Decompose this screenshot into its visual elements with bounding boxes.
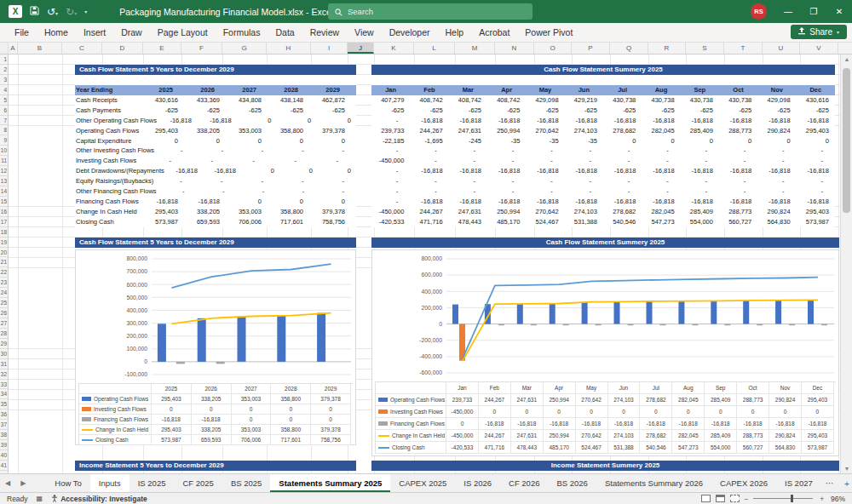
row-header-37[interactable]: 37 xyxy=(0,420,8,430)
customize-qat-icon[interactable]: ▾ xyxy=(84,9,87,14)
column-header-U[interactable]: U xyxy=(763,43,800,54)
cell[interactable]: - xyxy=(797,186,835,197)
year-column-header[interactable]: 2026 xyxy=(183,85,225,95)
cell[interactable]: 438,148 xyxy=(267,95,308,106)
cell[interactable]: 407,279 xyxy=(371,95,410,106)
cell[interactable]: - xyxy=(449,176,487,186)
cell[interactable]: - xyxy=(681,176,719,186)
cell[interactable]: -16,818 xyxy=(449,197,487,207)
cell[interactable]: 0 xyxy=(279,166,318,176)
cell[interactable]: -16,818 xyxy=(719,116,757,126)
cell[interactable]: 0 xyxy=(719,136,757,146)
cell[interactable]: -625 xyxy=(371,106,410,116)
row-label[interactable]: Financing Cash Flows xyxy=(75,197,141,207)
row-header-12[interactable]: 12 xyxy=(0,166,8,176)
column-header-P[interactable]: P xyxy=(572,43,610,54)
chart-bar[interactable] xyxy=(238,317,246,362)
cell[interactable]: -16,818 xyxy=(757,116,796,126)
cell[interactable]: - xyxy=(487,156,526,166)
column-header-H[interactable]: H xyxy=(267,43,311,54)
chart-bar[interactable] xyxy=(628,324,634,326)
cell[interactable]: 408,742 xyxy=(449,95,487,106)
ribbon-tab-home[interactable]: Home xyxy=(37,27,76,37)
chart-bar[interactable] xyxy=(550,304,556,324)
sheet-tab-statements-summary-2025[interactable]: Statements Summary 2025 xyxy=(270,474,390,492)
cell[interactable]: 274,103 xyxy=(565,207,603,217)
row-label[interactable]: Debt Drawdowns/(Repayments xyxy=(75,166,164,176)
row-header-3[interactable]: 3 xyxy=(0,75,8,85)
column-header-Q[interactable]: Q xyxy=(610,43,648,54)
sheet-tab-bs-2026[interactable]: BS 2026 xyxy=(548,474,596,492)
cell[interactable]: 0 xyxy=(225,197,267,207)
cell[interactable]: - xyxy=(603,186,642,197)
cell[interactable]: 560,727 xyxy=(719,217,757,227)
accessibility-status[interactable]: Accessibility: Investigate xyxy=(51,495,147,503)
cell[interactable]: 429,219 xyxy=(565,95,603,106)
month-column-header[interactable]: Aug xyxy=(642,85,680,95)
cell[interactable]: -16,818 xyxy=(603,197,642,207)
cell[interactable]: 244,267 xyxy=(410,207,448,217)
new-sheet-icon[interactable]: ＋ xyxy=(838,478,852,490)
month-column-header[interactable]: Jan xyxy=(371,85,410,95)
cell[interactable]: 430,616 xyxy=(141,95,183,106)
column-header-M[interactable]: M xyxy=(455,43,495,54)
cell[interactable]: 471,716 xyxy=(410,217,448,227)
cell[interactable]: 285,409 xyxy=(681,126,719,136)
cell[interactable]: - xyxy=(410,186,448,197)
cell[interactable]: -16,818 xyxy=(719,197,757,207)
zoom-out-icon[interactable]: − xyxy=(745,495,749,503)
cell[interactable]: - xyxy=(276,186,316,197)
row-header-6[interactable]: 6 xyxy=(0,106,8,116)
cell[interactable]: - xyxy=(316,186,356,197)
cell[interactable]: -450,000 xyxy=(371,156,410,166)
row-header-15[interactable]: 15 xyxy=(0,197,8,207)
close-button[interactable]: ✕ xyxy=(826,0,852,23)
column-header-I[interactable]: I xyxy=(311,43,348,54)
cell[interactable]: 278,682 xyxy=(603,126,642,136)
cell[interactable]: - xyxy=(371,166,410,176)
column-header-V[interactable]: V xyxy=(800,43,838,54)
chart-bar[interactable] xyxy=(582,302,588,324)
cell[interactable]: -450,000 xyxy=(371,207,410,217)
year-column-header[interactable]: 2028 xyxy=(267,85,308,95)
chart-bar[interactable] xyxy=(614,301,620,324)
row-header-28[interactable]: 28 xyxy=(0,329,8,339)
cell[interactable]: -16,818 xyxy=(565,116,603,126)
row-header-11[interactable]: 11 xyxy=(0,156,8,166)
select-all-corner[interactable] xyxy=(0,43,9,54)
cell[interactable]: - xyxy=(236,186,276,197)
cell[interactable]: 288,773 xyxy=(719,126,757,136)
cell[interactable]: -16,818 xyxy=(797,166,835,176)
chart-bar[interactable] xyxy=(216,362,225,364)
chart-legend-item[interactable]: Closing Cash xyxy=(79,435,152,445)
row-label[interactable]: Investing Cash Flows xyxy=(75,156,141,166)
cell[interactable]: - xyxy=(316,146,356,156)
cell[interactable]: 540,546 xyxy=(603,217,642,227)
cell[interactable]: 250,994 xyxy=(487,126,526,136)
cell[interactable]: 288,773 xyxy=(719,207,757,217)
row-header-2[interactable]: 2 xyxy=(0,65,8,75)
cell[interactable]: -16,818 xyxy=(449,166,487,176)
year-column-header[interactable]: 2025 xyxy=(141,85,183,95)
cell[interactable]: - xyxy=(195,146,235,156)
chart-bar[interactable] xyxy=(531,324,537,326)
chart-bar[interactable] xyxy=(724,324,730,326)
month-column-header[interactable]: Feb xyxy=(410,85,448,95)
cell[interactable]: - xyxy=(719,146,757,156)
normal-view-icon[interactable] xyxy=(701,495,711,502)
chart-bar[interactable] xyxy=(821,324,827,326)
cell[interactable]: - xyxy=(526,156,564,166)
column-header-G[interactable]: G xyxy=(222,43,267,54)
cell[interactable]: 282,045 xyxy=(642,207,680,217)
page-layout-view-icon[interactable] xyxy=(716,495,725,502)
row-header-22[interactable]: 22 xyxy=(0,267,8,278)
cell[interactable]: -16,818 xyxy=(183,197,225,207)
row-label[interactable]: Other Financing Cash Flows xyxy=(75,186,157,197)
cell[interactable]: 239,733 xyxy=(371,126,410,136)
cell[interactable]: 433,369 xyxy=(183,95,225,106)
cell[interactable]: 278,682 xyxy=(603,207,642,217)
month-column-header[interactable]: Mar xyxy=(449,85,487,95)
macro-record-icon[interactable]: ▦ xyxy=(37,495,43,502)
cell[interactable]: - xyxy=(371,176,410,186)
ribbon-tab-view[interactable]: View xyxy=(347,27,382,37)
